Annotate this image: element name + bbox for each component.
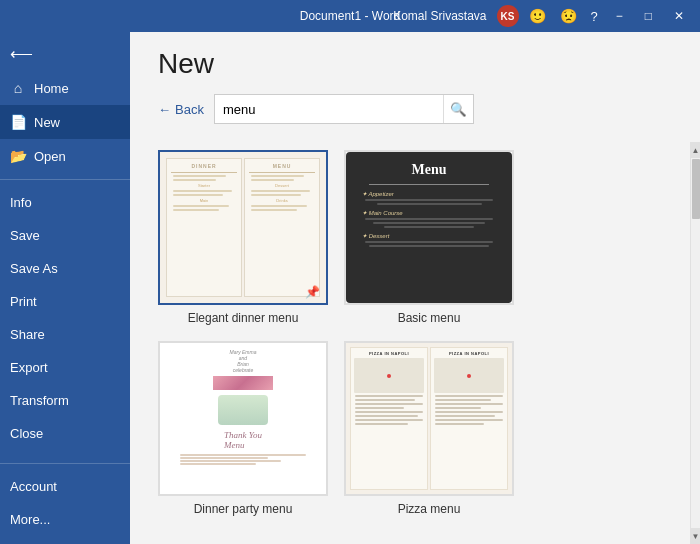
templates-container: DINNER Starter Main: [130, 142, 700, 544]
sidebar-close-label: Close: [10, 426, 43, 441]
content-header: New ← Back 🔍: [130, 32, 700, 142]
sidebar-more-label: More...: [10, 512, 50, 527]
pin-icon[interactable]: 📌: [305, 285, 320, 299]
ribbon-decoration: [213, 376, 273, 390]
template-elegant-dinner[interactable]: DINNER Starter Main: [158, 150, 328, 325]
sidebar-item-export[interactable]: Export: [0, 351, 130, 384]
sidebar-item-home[interactable]: ⌂ Home: [0, 71, 130, 105]
template-dinner-party-label: Dinner party menu: [194, 502, 293, 516]
scroll-down-button[interactable]: ▼: [691, 528, 700, 544]
back-label: Back: [175, 102, 204, 117]
sidebar-divider: [0, 179, 130, 180]
search-input[interactable]: [215, 102, 443, 117]
sidebar-item-print[interactable]: Print: [0, 285, 130, 318]
sidebar-home-label: Home: [34, 81, 69, 96]
pizza-panel-right: PIZZA IN NAPOLI: [430, 347, 508, 490]
title-bar-controls: Komal Srivastava KS 🙂 😟 ? − □ ✕: [393, 0, 692, 32]
template-empty-cell: [530, 150, 662, 325]
search-box: 🔍: [214, 94, 474, 124]
sidebar-open-label: Open: [34, 149, 66, 164]
sidebar-item-share[interactable]: Share: [0, 318, 130, 351]
content-area: New ← Back 🔍: [130, 32, 700, 544]
sidebar-item-save[interactable]: Save: [0, 219, 130, 252]
open-icon: 📂: [10, 148, 26, 164]
template-elegant-label: Elegant dinner menu: [188, 311, 299, 325]
sidebar-new-label: New: [34, 115, 60, 130]
emoji-sad-icon[interactable]: 😟: [556, 8, 581, 24]
templates-grid: DINNER Starter Main: [158, 150, 662, 528]
emoji-happy-icon[interactable]: 🙂: [525, 8, 550, 24]
sidebar-item-open[interactable]: 📂 Open: [0, 139, 130, 173]
scrollbar-empty: [691, 220, 700, 528]
template-basic-label: Basic menu: [398, 311, 461, 325]
app-body: ⟵ ⌂ Home 📄 New 📂 Open Info Save Save As: [0, 32, 700, 544]
sidebar-item-info[interactable]: Info: [0, 186, 130, 219]
search-button[interactable]: 🔍: [443, 95, 473, 123]
sidebar-bottom-divider: [0, 463, 130, 464]
elegant-menu-visual: DINNER Starter Main: [160, 152, 326, 303]
template-dinner-party[interactable]: Mary EmmaandBriancelebrate Thank YouMenu: [158, 341, 328, 516]
template-thumb-elegant[interactable]: DINNER Starter Main: [158, 150, 328, 305]
dinner-party-visual: Mary EmmaandBriancelebrate Thank YouMenu: [160, 343, 326, 494]
elegant-panel-left: DINNER Starter Main: [166, 158, 242, 297]
flowers-decoration: [218, 395, 268, 425]
sidebar-transform-label: Transform: [10, 393, 69, 408]
minimize-button[interactable]: −: [608, 0, 631, 32]
sidebar-saveas-label: Save As: [10, 261, 58, 276]
sidebar: ⟵ ⌂ Home 📄 New 📂 Open Info Save Save As: [0, 32, 130, 544]
home-icon: ⌂: [10, 80, 26, 96]
sidebar-item-account[interactable]: Account: [0, 470, 130, 503]
elegant-panel-right: MENU Dessert Drinks: [244, 158, 320, 297]
back-arrow-icon: ←: [158, 102, 171, 117]
new-icon: 📄: [10, 114, 26, 130]
scrollbar-thumb[interactable]: [692, 159, 700, 219]
basic-menu-visual: Menu ✦ Appetizer ✦ Main Course ✦ Dessert: [346, 152, 512, 303]
template-thumb-dinner-party[interactable]: Mary EmmaandBriancelebrate Thank YouMenu: [158, 341, 328, 496]
sidebar-share-label: Share: [10, 327, 45, 342]
pizza-menu-visual: PIZZA IN NAPOLI: [346, 343, 512, 494]
template-pizza-menu[interactable]: PIZZA IN NAPOLI: [344, 341, 514, 516]
sidebar-print-label: Print: [10, 294, 37, 309]
scroll-up-button[interactable]: ▲: [691, 142, 700, 158]
sidebar-save-label: Save: [10, 228, 40, 243]
pizza-map-left: [354, 358, 424, 393]
template-pizza-label: Pizza menu: [398, 502, 461, 516]
title-bar: Document1 - Word Komal Srivastava KS 🙂 😟…: [0, 0, 700, 32]
sidebar-bottom: Account More...: [0, 457, 130, 544]
sidebar-info-label: Info: [10, 195, 32, 210]
sidebar-item-more[interactable]: More...: [0, 503, 130, 536]
user-name: Komal Srivastava: [393, 9, 486, 23]
help-icon[interactable]: ?: [587, 9, 602, 24]
pizza-map-right: [434, 358, 504, 393]
scrollbar-track: ▲ ▼: [690, 142, 700, 544]
sidebar-item-saveas[interactable]: Save As: [0, 252, 130, 285]
template-thumb-pizza[interactable]: PIZZA IN NAPOLI: [344, 341, 514, 496]
back-circle-icon: ⟵: [10, 44, 33, 63]
pizza-panel-left: PIZZA IN NAPOLI: [350, 347, 428, 490]
template-thumb-basic[interactable]: Menu ✦ Appetizer ✦ Main Course ✦ Dessert: [344, 150, 514, 305]
sidebar-item-transform[interactable]: Transform: [0, 384, 130, 417]
search-back-button[interactable]: ← Back: [158, 102, 204, 117]
avatar: KS: [497, 5, 519, 27]
close-button[interactable]: ✕: [666, 0, 692, 32]
window-title: Document1 - Word: [300, 9, 400, 23]
sidebar-item-close[interactable]: Close: [0, 417, 130, 450]
sidebar-account-label: Account: [10, 479, 57, 494]
search-row: ← Back 🔍: [158, 94, 672, 124]
template-basic-menu[interactable]: Menu ✦ Appetizer ✦ Main Course ✦ Dessert: [344, 150, 514, 325]
maximize-button[interactable]: □: [637, 0, 660, 32]
back-arrow-button[interactable]: ⟵: [0, 36, 130, 71]
sidebar-export-label: Export: [10, 360, 48, 375]
page-title: New: [158, 48, 672, 80]
sidebar-item-new[interactable]: 📄 New: [0, 105, 130, 139]
templates-area: DINNER Starter Main: [130, 142, 690, 544]
